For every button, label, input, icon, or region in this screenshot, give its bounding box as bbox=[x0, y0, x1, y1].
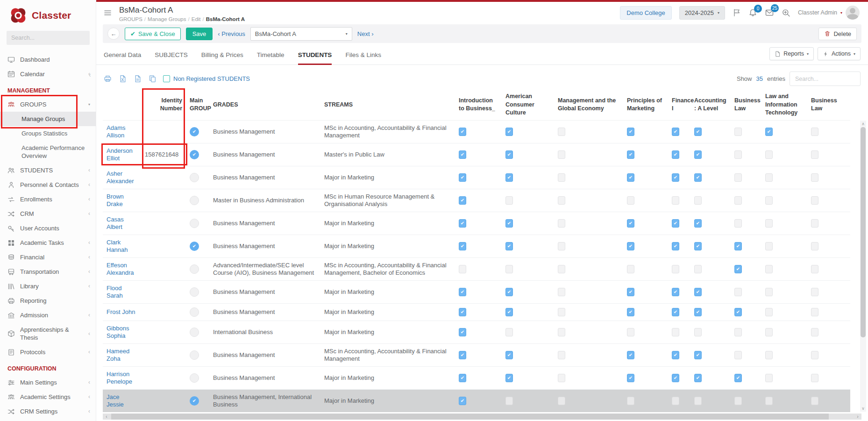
student-name-link[interactable]: Frost John bbox=[107, 308, 135, 315]
student-name-link[interactable]: Casas Albert bbox=[107, 216, 124, 230]
year-selector[interactable]: 2024-2025 ▾ bbox=[679, 6, 725, 20]
subject-checkbox-4[interactable]: ✔ bbox=[627, 128, 634, 136]
sidebar-item-manage-groups[interactable]: Manage Groups bbox=[0, 112, 96, 126]
subject-checkbox-7[interactable]: ✔ bbox=[734, 219, 742, 228]
subject-checkbox-4[interactable]: ✔ bbox=[627, 173, 634, 182]
subject-checkbox-6[interactable]: ✔ bbox=[694, 150, 702, 159]
subject-checkbox-3[interactable]: ✔ bbox=[558, 196, 565, 205]
subject-checkbox-5[interactable]: ✔ bbox=[672, 219, 679, 228]
scroll-right-arrow[interactable]: › bbox=[854, 414, 861, 420]
printer-icon[interactable] bbox=[104, 75, 112, 83]
subject-checkbox-9[interactable]: ✔ bbox=[811, 374, 818, 382]
subject-checkbox-1[interactable]: ✔ bbox=[459, 150, 466, 159]
main-group-toggle[interactable]: ✔ bbox=[190, 196, 199, 205]
column-header-main-group[interactable]: Main GROUP bbox=[186, 90, 209, 120]
main-group-toggle[interactable]: ✔ bbox=[190, 219, 199, 228]
subject-checkbox-5[interactable]: ✔ bbox=[672, 351, 679, 359]
user-menu[interactable]: Classter Admin ▾ bbox=[798, 6, 860, 20]
student-name-link[interactable]: Effeson Alexandra bbox=[107, 262, 134, 276]
subject-checkbox-4[interactable]: ✔ bbox=[627, 308, 634, 316]
student-name-link[interactable]: Anderson Elliot bbox=[107, 147, 133, 162]
vertical-scroll-thumb[interactable] bbox=[861, 127, 866, 337]
subject-checkbox-3[interactable]: ✔ bbox=[558, 397, 565, 405]
subject-checkbox-1[interactable]: ✔ bbox=[459, 196, 466, 205]
subject-checkbox-7[interactable]: ✔ bbox=[734, 374, 742, 382]
column-header-identity-number[interactable]: Identity Number bbox=[141, 90, 186, 120]
subject-checkbox-5[interactable]: ✔ bbox=[672, 196, 679, 205]
student-name-link[interactable]: Hameed Zoha bbox=[107, 348, 129, 362]
subject-checkbox-8[interactable]: ✔ bbox=[765, 288, 773, 296]
main-group-toggle[interactable]: ✔ bbox=[190, 307, 199, 317]
subject-checkbox-1[interactable]: ✔ bbox=[459, 173, 466, 182]
grid-search-input[interactable] bbox=[790, 71, 861, 86]
subject-checkbox-2[interactable]: ✔ bbox=[505, 242, 513, 250]
subject-checkbox-1[interactable]: ✔ bbox=[459, 219, 466, 228]
scroll-down-arrow[interactable]: ∨ bbox=[861, 405, 865, 412]
subject-checkbox-2[interactable]: ✔ bbox=[505, 128, 513, 136]
subject-checkbox-2[interactable]: ✔ bbox=[505, 397, 513, 405]
sidebar-item-financial[interactable]: Financial‹ bbox=[0, 250, 96, 264]
tab-timetable[interactable]: Timetable bbox=[257, 51, 285, 65]
subject-checkbox-8[interactable]: ✔ bbox=[765, 128, 773, 136]
subject-checkbox-7[interactable]: ✔ bbox=[734, 242, 742, 250]
subject-checkbox-7[interactable]: ✔ bbox=[734, 397, 742, 405]
subject-checkbox-2[interactable]: ✔ bbox=[505, 219, 513, 228]
sidebar-item-personnel-contacts[interactable]: Personnel & Contacts‹ bbox=[0, 178, 96, 192]
reports-button[interactable]: Reports ▾ bbox=[769, 47, 814, 60]
subject-checkbox-7[interactable]: ✔ bbox=[734, 196, 742, 205]
main-group-toggle[interactable]: ✔ bbox=[190, 150, 199, 159]
subject-checkbox-1[interactable]: ✔ bbox=[459, 265, 466, 273]
column-header-subject-9-business-law[interactable]: Business Law bbox=[807, 90, 850, 120]
subject-checkbox-1[interactable]: ✔ bbox=[459, 351, 466, 359]
subject-checkbox-6[interactable]: ✔ bbox=[694, 328, 702, 336]
subject-checkbox-8[interactable]: ✔ bbox=[765, 397, 773, 405]
subject-checkbox-7[interactable]: ✔ bbox=[734, 150, 742, 159]
subject-checkbox-3[interactable]: ✔ bbox=[558, 219, 565, 228]
subject-checkbox-4[interactable]: ✔ bbox=[627, 150, 634, 159]
subject-checkbox-1[interactable]: ✔ bbox=[459, 374, 466, 382]
subject-checkbox-2[interactable]: ✔ bbox=[505, 265, 513, 273]
subject-checkbox-2[interactable]: ✔ bbox=[505, 288, 513, 296]
horizontal-scroll-thumb[interactable] bbox=[111, 414, 829, 420]
subject-checkbox-8[interactable]: ✔ bbox=[765, 196, 773, 205]
subject-checkbox-9[interactable]: ✔ bbox=[811, 351, 818, 359]
sidebar-item-admission[interactable]: Admission‹ bbox=[0, 308, 96, 322]
subject-checkbox-2[interactable]: ✔ bbox=[505, 374, 513, 382]
subject-checkbox-8[interactable]: ✔ bbox=[765, 351, 773, 359]
sidebar-item-students[interactable]: STUDENTS‹ bbox=[0, 163, 96, 178]
subject-checkbox-4[interactable]: ✔ bbox=[627, 351, 634, 359]
scroll-left-arrow[interactable]: ‹ bbox=[103, 414, 110, 420]
tab-billing-prices[interactable]: Billing & Prices bbox=[201, 51, 243, 65]
student-name-link[interactable]: Harrison Penelope bbox=[107, 371, 132, 385]
pdf-file-icon[interactable] bbox=[134, 75, 142, 83]
main-group-toggle[interactable]: ✔ bbox=[190, 127, 199, 136]
sidebar-item-enrollments[interactable]: Enrollments‹ bbox=[0, 192, 96, 207]
sidebar-collapse-handle[interactable]: ‹ bbox=[89, 71, 91, 78]
subject-checkbox-1[interactable]: ✔ bbox=[459, 397, 466, 405]
messages-button[interactable]: 25 bbox=[765, 8, 774, 17]
breadcrumb-segment[interactable]: Edit bbox=[192, 16, 201, 22]
subject-checkbox-9[interactable]: ✔ bbox=[811, 288, 818, 296]
tab-subjects[interactable]: SUBJECTS bbox=[155, 51, 188, 65]
subject-checkbox-3[interactable]: ✔ bbox=[558, 242, 565, 250]
main-group-toggle[interactable]: ✔ bbox=[190, 396, 199, 406]
subject-checkbox-6[interactable]: ✔ bbox=[694, 242, 702, 250]
subject-checkbox-6[interactable]: ✔ bbox=[694, 265, 702, 273]
subject-checkbox-7[interactable]: ✔ bbox=[734, 328, 742, 336]
subject-checkbox-9[interactable]: ✔ bbox=[811, 397, 818, 405]
subject-checkbox-4[interactable]: ✔ bbox=[627, 288, 634, 296]
column-header-grades[interactable]: GRADES bbox=[209, 90, 320, 120]
subject-checkbox-1[interactable]: ✔ bbox=[459, 328, 466, 336]
subject-checkbox-5[interactable]: ✔ bbox=[672, 397, 679, 405]
subject-checkbox-4[interactable]: ✔ bbox=[627, 265, 634, 273]
sidebar-item-transportation[interactable]: Transportation‹ bbox=[0, 264, 96, 279]
subject-checkbox-5[interactable]: ✔ bbox=[672, 374, 679, 382]
save-button[interactable]: Save bbox=[186, 28, 213, 40]
subject-checkbox-4[interactable]: ✔ bbox=[627, 196, 634, 205]
subject-checkbox-4[interactable]: ✔ bbox=[627, 242, 634, 250]
zoom-in-button[interactable] bbox=[782, 8, 790, 17]
column-header-subject-8-law-and-information-technology[interactable]: Law and Information Technology bbox=[761, 90, 807, 120]
sidebar-item-groups-statistics[interactable]: Groups Statistics bbox=[0, 126, 96, 141]
subject-checkbox-7[interactable]: ✔ bbox=[734, 351, 742, 359]
column-header-subject-4-principles-of-marketing[interactable]: Principles of Marketing bbox=[623, 90, 668, 120]
